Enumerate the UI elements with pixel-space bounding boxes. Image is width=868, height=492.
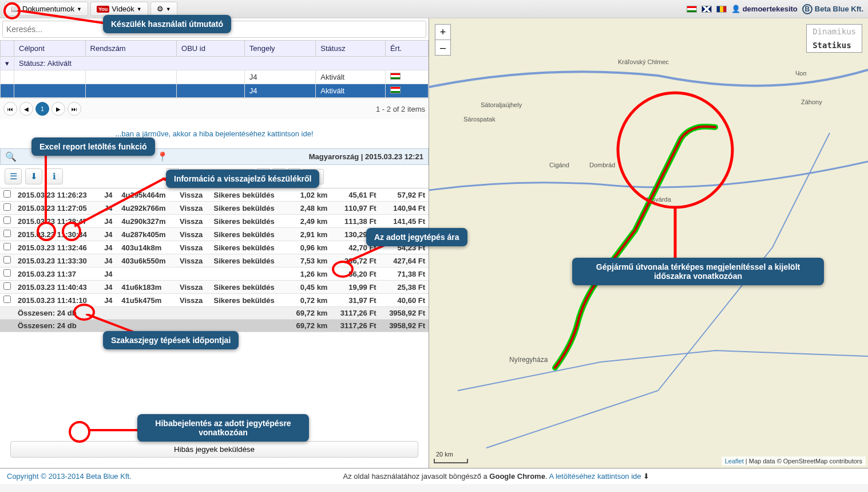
map-panel[interactable]: Nyíregyháza Kisvárda Dombrád Cigánd Sáro… [429, 18, 868, 468]
svg-text:Záhony: Záhony [801, 99, 822, 105]
col-status[interactable]: Státusz [316, 41, 386, 57]
row-checkbox[interactable] [3, 282, 11, 290]
svg-text:Чоп: Чоп [795, 70, 806, 77]
col-celpont[interactable]: Célpont [14, 41, 86, 57]
circle-mark-download [37, 222, 56, 241]
info-button[interactable]: ℹ [46, 168, 63, 184]
callout-excel: Excel report letöltés funkció [31, 137, 155, 156]
copyright: Copyright © 2013-2014 Beta Blue Kft. [7, 472, 132, 481]
row-checkbox[interactable] [3, 296, 11, 303]
pager-prev[interactable]: ◀ [19, 102, 33, 116]
ticket-row[interactable]: 2015.03.23 11:33:30J4403u6k550m VisszaSi… [0, 254, 429, 267]
row-checkbox[interactable] [3, 256, 11, 263]
svg-text:Sárospatak: Sárospatak [463, 116, 496, 123]
callout-price: Az adott jegytépés ára [366, 228, 467, 246]
zoom-out-button[interactable]: – [435, 40, 451, 56]
row-checkbox[interactable] [3, 243, 11, 250]
grid-row[interactable]: J4Aktivált [1, 70, 429, 84]
circle-mark-error [69, 421, 90, 443]
row-checkbox[interactable] [3, 190, 11, 198]
circle-mark-time [73, 304, 95, 321]
pager-page-1[interactable]: 1 [35, 102, 49, 116]
pager-next[interactable]: ▶ [51, 102, 65, 116]
flag-hu-icon[interactable] [687, 6, 697, 13]
col-tengely[interactable]: Tengely [244, 41, 316, 57]
pager-info: 1 - 2 of 2 items [376, 105, 425, 113]
map-mode-switch[interactable]: Dinamikus Statikus [806, 24, 862, 53]
footer-message: Az oldal használatához javasolt böngésző… [132, 472, 861, 481]
callout-error-report: Hibabejelentés az adott jegytépésre vona… [137, 414, 309, 442]
flag-en-icon[interactable] [701, 6, 712, 13]
ticket-row[interactable]: 2015.03.23 11:32:46J4403u14k8m VisszaSik… [0, 241, 429, 254]
svg-text:Sátoraljaújhely: Sátoraljaújhely [481, 101, 522, 108]
leaflet-link[interactable]: Leaflet [725, 458, 744, 465]
vehicle-grid: Célpont Rendszám OBU id Tengely Státusz … [0, 40, 429, 98]
circle-mark-price [332, 261, 354, 278]
brand-logo: BBeta Blue Kft. [802, 4, 863, 14]
excel-download-button[interactable]: ⬇ [25, 168, 42, 184]
pager: ⏮ ◀ 1 ▶ ⏭ 1 - 2 of 2 items [0, 98, 429, 119]
svg-text:Kráľovský Chlmec: Kráľovský Chlmec [618, 58, 669, 65]
left-panel: Célpont Rendszám OBU id Tengely Státusz … [0, 18, 429, 468]
mode-static[interactable]: Statikus [807, 38, 862, 52]
pager-last[interactable]: ⏭ [68, 102, 81, 116]
location-text: Magyarország | 2015.03.23 12:21 [309, 152, 423, 161]
ticket-row[interactable]: 2015.03.23 11:26:23J44u295k464m VisszaSi… [0, 188, 429, 202]
magnify-icon[interactable]: 🔍 [5, 151, 17, 162]
col-rendszam[interactable]: Rendszám [85, 41, 176, 57]
col-obu[interactable]: OBU id [177, 41, 245, 57]
circle-mark-info [62, 222, 81, 241]
summary-row: Összesen: 24 db69,72 km3117,26 Ft3958,92… [0, 307, 429, 320]
flag-hu-icon [390, 86, 401, 93]
row-checkbox[interactable] [3, 217, 11, 224]
svg-rect-0 [429, 18, 868, 468]
map-attribution: Leaflet | Map data © OpenStreetMap contr… [722, 456, 866, 466]
user-label[interactable]: 👤 demoertekesito [731, 5, 798, 13]
ticket-row[interactable]: 2015.03.23 11:27:05J44u292k766m VisszaSi… [0, 202, 429, 215]
svg-text:Cigánd: Cigánd [549, 162, 569, 168]
download-link[interactable]: A letöltéséhez kattintson ide [549, 472, 641, 481]
flag-ro-icon[interactable] [716, 6, 727, 13]
list-view-button[interactable]: ☰ [5, 168, 22, 184]
menu-settings[interactable]: ⚙ ▼ [150, 2, 177, 16]
flag-hu-icon [390, 73, 401, 80]
ticket-row[interactable]: 2015.03.23 11:37J4 1,26 km56,20 Ft71,38 … [0, 267, 429, 281]
callout-map-route: Gépjármű útvonala térképes megjelenítéss… [572, 258, 824, 285]
map-canvas[interactable]: Nyíregyháza Kisvárda Dombrád Cigánd Sáro… [429, 18, 868, 468]
ticket-table: 2015.03.23 11:26:23J44u295k464m VisszaSi… [0, 188, 429, 332]
summary-row: Összesen: 24 db69,72 km3117,26 Ft3958,92… [0, 320, 429, 332]
row-checkbox[interactable] [3, 230, 11, 237]
callout-info: Információ a visszajelző készülékről [166, 170, 319, 188]
footer: Copyright © 2013-2014 Beta Blue Kft. Az … [0, 468, 868, 484]
svg-text:Nyíregyháza: Nyíregyháza [509, 356, 548, 364]
map-scale: 20 km [434, 459, 468, 463]
col-ert[interactable]: Ért. [385, 41, 428, 57]
callout-timestamps: Szakaszjegy tépések időpontjai [103, 331, 239, 349]
row-checkbox[interactable] [3, 269, 11, 277]
menu-videos[interactable]: You Videók ▼ [90, 2, 148, 16]
grid-row-selected[interactable]: J4Aktivált [1, 84, 429, 98]
row-checkbox[interactable] [3, 203, 11, 211]
svg-text:Dombrád: Dombrád [589, 162, 615, 168]
ticket-row[interactable]: 2015.03.23 11:40:43J441u6k183m VisszaSik… [0, 281, 429, 294]
pager-first[interactable]: ⏮ [3, 102, 17, 116]
ticket-row[interactable]: 2015.03.23 11:41:10J441u5k475m VisszaSik… [0, 294, 429, 307]
status-group[interactable]: Státusz: Aktivált [14, 57, 429, 70]
mode-dynamic[interactable]: Dinamikus [807, 25, 862, 38]
submit-errors-button[interactable]: Hibás jegyek beküldése [10, 441, 418, 458]
callout-device-manual: Készülék használati útmutató [103, 15, 231, 33]
zoom-in-button[interactable]: + [435, 24, 451, 40]
circle-mark-docs [3, 2, 21, 19]
